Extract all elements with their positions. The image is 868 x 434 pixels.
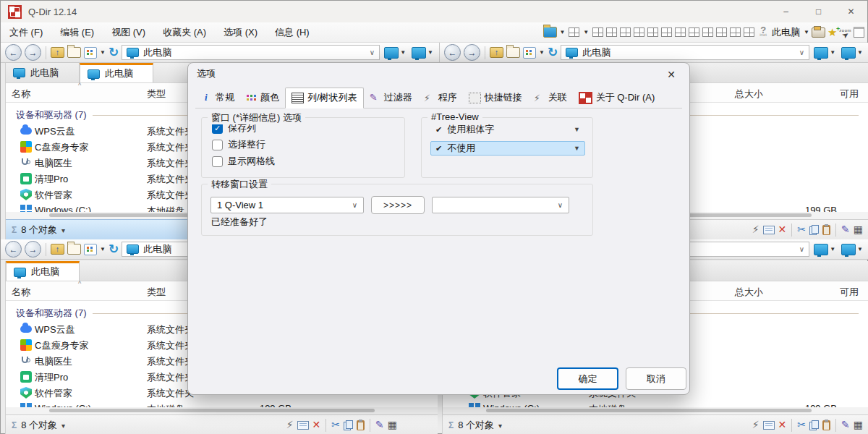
address-bar[interactable]: 此电脑 ∨	[122, 45, 380, 60]
chevron-down-icon[interactable]: ▼	[100, 246, 106, 252]
dialog-close-button[interactable]: ✕	[660, 66, 682, 83]
folder-actions-icon[interactable]	[543, 27, 557, 38]
pane-layout-icon[interactable]	[606, 27, 617, 37]
maximize-button[interactable]: □	[802, 1, 835, 22]
pane-layout-icon[interactable]	[675, 27, 686, 37]
inet-help-icon[interactable]: ? inet	[760, 27, 767, 38]
checkbox-row[interactable]: 显示网格线	[212, 155, 404, 168]
treeview-option-select[interactable]: ✔使用粗体字▼	[430, 122, 585, 137]
grid-view-icon[interactable]	[854, 224, 863, 235]
view-mode-icon[interactable]	[84, 244, 97, 255]
close-button[interactable]: ✕	[835, 1, 867, 22]
chevron-down-icon[interactable]: ∨	[799, 245, 804, 253]
menu-favorites[interactable]: 收藏夹 (A)	[154, 26, 215, 39]
chevron-down-icon[interactable]: ▼	[100, 49, 106, 56]
zoom-pointer-icon[interactable]: zoom➤	[839, 28, 851, 37]
copy-icon[interactable]	[809, 420, 819, 430]
cut-icon[interactable]	[797, 420, 806, 430]
dialog-tab-program[interactable]: 程序	[418, 88, 463, 108]
column-free[interactable]: 可用	[840, 88, 859, 101]
chevron-down-icon[interactable]: ∨	[799, 48, 804, 56]
rename-icon[interactable]	[297, 421, 309, 430]
pane-layout-icon[interactable]	[592, 27, 603, 37]
dialog-tab-about[interactable]: 关于 Q-Dir (A)	[573, 88, 661, 108]
address-bar[interactable]: 此电脑 ∨	[561, 45, 809, 60]
chevron-down-icon[interactable]: ▼	[539, 49, 545, 56]
menu-options[interactable]: 选项 (X)	[215, 26, 266, 39]
pane-layout-icon[interactable]	[702, 27, 713, 37]
delete-icon[interactable]	[312, 420, 321, 430]
forward-button[interactable]: →	[25, 241, 41, 258]
folder-up-icon[interactable]: ↑	[51, 47, 64, 58]
refresh-icon[interactable]: ↻	[109, 243, 119, 256]
menu-file[interactable]: 文件 (F)	[1, 26, 51, 39]
pane-layout-icon[interactable]	[744, 27, 754, 37]
refresh-icon[interactable]: ↻	[109, 46, 119, 59]
open-folder-icon[interactable]	[67, 47, 81, 58]
tab-this-pc[interactable]: 此电脑	[6, 63, 80, 82]
pane-layout-icon[interactable]	[689, 27, 699, 37]
column-name[interactable]: 名称	[12, 286, 30, 299]
paste-icon[interactable]	[822, 420, 830, 430]
pane-layout-icon[interactable]	[620, 27, 631, 37]
pane-layout-icon[interactable]	[730, 27, 741, 37]
chevron-down-icon[interactable]: ▼	[804, 29, 809, 35]
horizontal-scrollbar[interactable]	[6, 407, 438, 414]
open-folder-icon[interactable]	[67, 244, 81, 255]
paste-icon[interactable]	[822, 225, 830, 235]
rename-icon[interactable]	[763, 226, 775, 234]
treeview-option-select[interactable]: ✔不使用▼	[430, 141, 585, 156]
add-favorite-icon[interactable]: ★	[827, 27, 837, 37]
menu-edit[interactable]: 编辑 (E)	[51, 26, 103, 39]
column-name[interactable]: 名称	[12, 88, 30, 101]
file-row[interactable]: Windows (C:)本地磁盘199 GB	[6, 401, 438, 407]
print-icon[interactable]	[812, 27, 825, 38]
pane-view-button[interactable]: ▼	[383, 46, 407, 59]
copy-icon[interactable]	[344, 420, 353, 430]
dialog-tab-assoc[interactable]: 关联	[528, 88, 573, 108]
view-mode-icon[interactable]	[523, 47, 536, 59]
edit-icon[interactable]	[375, 420, 384, 430]
chevron-down-icon[interactable]	[61, 224, 65, 235]
delete-icon[interactable]	[778, 420, 787, 430]
pane-layout-icon[interactable]	[716, 27, 727, 37]
chevron-down-icon[interactable]	[61, 420, 65, 430]
dialog-tab-colors[interactable]: 颜色	[240, 88, 285, 108]
column-type[interactable]: 类型	[147, 286, 166, 299]
back-button[interactable]: ←	[5, 241, 22, 258]
chevron-down-icon[interactable]: ▼	[574, 145, 580, 152]
pane-view-button[interactable]: ▼	[840, 243, 864, 256]
edit-icon[interactable]	[841, 420, 850, 430]
chevron-down-icon[interactable]: ▼	[559, 29, 565, 35]
checkbox-unchecked-icon[interactable]	[212, 140, 223, 150]
dialog-tab-links[interactable]: 快捷链接	[463, 88, 528, 108]
grid-view-icon[interactable]	[854, 420, 863, 430]
grid-view-icon[interactable]	[388, 420, 397, 430]
forward-button[interactable]: →	[25, 44, 41, 61]
tab-this-pc[interactable]: 此电脑	[6, 261, 80, 281]
column-size[interactable]: 总大小	[735, 286, 763, 299]
dialog-tab-filter[interactable]: 过滤器	[364, 88, 418, 108]
cancel-button[interactable]: 取消	[626, 367, 686, 390]
cut-icon[interactable]	[797, 224, 806, 235]
rename-icon[interactable]	[763, 421, 775, 430]
transfer-button[interactable]: >>>>>	[371, 196, 425, 214]
transfer-source-select[interactable]: 1 Q-View 1 ∨	[210, 197, 364, 213]
delete-icon[interactable]	[778, 224, 787, 235]
tab-this-pc[interactable]: 此电脑	[80, 63, 153, 82]
menu-view[interactable]: 视图 (V)	[103, 26, 154, 39]
menu-info[interactable]: 信息 (H)	[266, 26, 318, 39]
chevron-down-icon[interactable]: ▼	[583, 29, 589, 35]
file-row[interactable]: Windows (C:)本地磁盘199 GB	[443, 401, 868, 407]
pane-layout-icon[interactable]	[634, 27, 644, 37]
horizontal-scrollbar[interactable]	[443, 407, 868, 414]
folder-up-icon[interactable]: ↑	[51, 244, 64, 255]
copy-icon[interactable]	[809, 225, 819, 235]
paste-icon[interactable]	[357, 420, 365, 430]
back-button[interactable]: ←	[5, 44, 22, 61]
checkbox-row[interactable]: 选择整行	[212, 138, 404, 151]
column-type[interactable]: 类型	[147, 88, 166, 101]
small-window-icon[interactable]	[854, 27, 864, 38]
layout-preset-icon[interactable]	[569, 27, 579, 37]
view-mode-icon[interactable]	[84, 47, 97, 59]
